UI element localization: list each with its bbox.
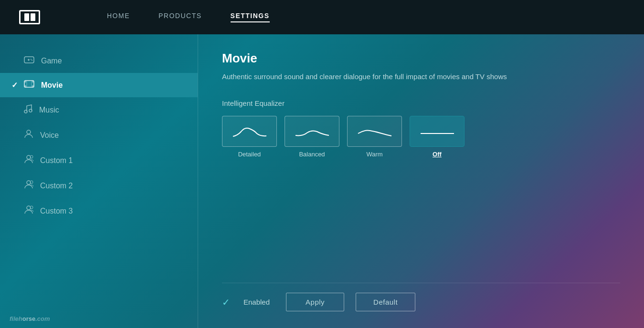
watermark-highlight: orse [22,315,35,322]
movie-icon [24,80,34,91]
sidebar-item-custom1[interactable]: Custom 1 [0,148,198,173]
eq-box-balanced[interactable] [285,116,339,147]
sidebar-item-music[interactable]: Music [0,97,198,123]
sidebar-item-custom2-label: Custom 2 [40,182,73,190]
watermark: filehorse.com [10,315,50,322]
eq-label-off: Off [433,151,442,158]
sidebar-item-custom1-label: Custom 1 [40,156,73,165]
sidebar-item-custom3[interactable]: Custom 3 [0,198,198,224]
sidebar-item-custom2[interactable]: Custom 2 [0,173,198,198]
eq-option-off[interactable]: Off [410,116,465,158]
eq-label-balanced: Balanced [299,151,325,158]
eq-label-detailed: Detailed [238,151,261,158]
dolby-logo-icon [19,10,40,24]
app-logo [19,10,40,24]
svg-rect-7 [32,81,34,82]
voice-icon [24,129,33,141]
eq-box-detailed[interactable] [222,116,277,147]
eq-option-detailed[interactable]: Detailed [222,116,277,158]
sidebar-item-custom3-label: Custom 3 [40,207,73,215]
music-icon [24,104,32,116]
content-area: Movie Authentic surround sound and clear… [198,34,644,328]
eq-option-balanced[interactable]: Balanced [285,116,339,158]
enabled-label: Enabled [243,298,270,306]
active-checkmark: ✓ [11,81,18,90]
default-button[interactable]: Default [356,293,415,311]
eq-box-off[interactable] [410,116,465,147]
custom3-icon [24,205,33,217]
content-description: Authentic surround sound and clearer dia… [222,72,532,82]
footer-bar: ✓ Enabled Apply Default [222,283,620,311]
svg-point-3 [31,59,32,60]
eq-section-label: Intelligent Equalizer [222,99,620,107]
nav-products[interactable]: PRODUCTS [158,12,202,22]
eq-options-group: Detailed Balanced Warm [222,116,620,158]
top-navigation: HOME PRODUCTS SETTINGS [0,0,644,34]
sidebar-item-game-label: Game [41,57,62,65]
eq-option-warm[interactable]: Warm [347,116,402,158]
svg-rect-9 [32,85,34,87]
nav-home[interactable]: HOME [107,12,130,22]
watermark-text-1: fileh [10,315,22,322]
custom1-icon [24,154,33,166]
watermark-suffix: .com [35,315,50,322]
sidebar-item-music-label: Music [39,106,59,114]
page-title: Movie [222,51,620,66]
sidebar-item-voice[interactable]: Voice [0,123,198,148]
eq-box-warm[interactable] [347,116,402,147]
eq-label-warm: Warm [366,151,382,158]
custom2-icon [24,180,33,192]
svg-point-14 [27,130,31,134]
sidebar-item-voice-label: Voice [40,131,59,140]
sidebar-item-movie-label: Movie [41,81,63,90]
sidebar-item-game[interactable]: Game [0,49,198,73]
enabled-checkmark: ✓ [222,297,230,308]
nav-settings[interactable]: SETTINGS [231,12,270,22]
sidebar-item-movie[interactable]: ✓ Movie [0,73,198,97]
apply-button[interactable]: Apply [286,293,344,311]
nav-links: HOME PRODUCTS SETTINGS [107,12,270,22]
game-icon [24,55,34,66]
main-layout: Game ✓ Movie [0,34,644,328]
svg-point-4 [32,60,32,61]
sidebar: Game ✓ Movie [0,34,198,328]
svg-rect-8 [24,85,26,87]
svg-rect-6 [24,81,26,82]
